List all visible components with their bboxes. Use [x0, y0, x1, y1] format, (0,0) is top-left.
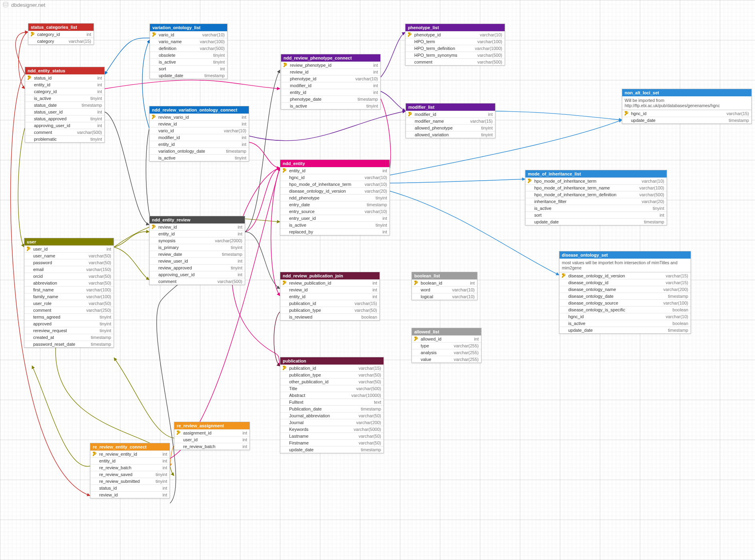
column-row[interactable]: re_review_entity_idint: [90, 450, 170, 457]
table-header[interactable]: non_alt_loci_set: [622, 89, 751, 96]
column-row[interactable]: publication_typevarchar(50): [280, 371, 383, 378]
column-row[interactable]: hpo_mode_of_inheritance_termvarchar(10): [280, 181, 389, 187]
column-row[interactable]: is_activetinyint: [280, 221, 389, 228]
column-row[interactable]: vario_idvarchar(10): [150, 31, 227, 38]
column-row[interactable]: valuevarchar(255): [412, 356, 481, 363]
column-row[interactable]: disease_ontology_id_versionvarchar(20): [280, 187, 389, 194]
column-row[interactable]: HPO_term_definitionvarchar(1000): [405, 45, 505, 52]
column-row[interactable]: entry_datetimestamp: [280, 201, 389, 208]
column-row[interactable]: Titlevarchar(500): [280, 385, 383, 392]
column-row[interactable]: passwordvarchar(50): [24, 259, 114, 266]
column-row[interactable]: phenotype_idvarchar(10): [281, 75, 380, 82]
column-row[interactable]: wordvarchar(10): [412, 286, 477, 293]
table-header[interactable]: phenotype_list: [405, 24, 505, 31]
column-row[interactable]: logicalvarchar(10): [412, 293, 477, 300]
column-row[interactable]: review_idint: [150, 223, 245, 230]
table-variation_ontology_list[interactable]: variation_ontology_listvario_idvarchar(1…: [150, 24, 228, 79]
table-phenotype_list[interactable]: phenotype_listphenotype_idvarchar(10)HPO…: [405, 24, 505, 66]
table-ndd_entity_status[interactable]: ndd_entity_statusstatus_idintentity_idin…: [25, 67, 105, 143]
column-row[interactable]: commentvarchar(250): [24, 307, 114, 313]
column-row[interactable]: user_idint: [174, 436, 250, 443]
column-row[interactable]: update_datetimestamp: [622, 117, 751, 124]
column-row[interactable]: entry_sourcevarchar(10): [280, 208, 389, 215]
table-allowed_list[interactable]: allowed_listallowed_idinttypevarchar(255…: [411, 328, 481, 363]
column-row[interactable]: disease_ontology_id_versionvarchar(15): [559, 272, 691, 279]
column-row[interactable]: status_idint: [25, 74, 104, 81]
column-row[interactable]: category_idint: [25, 88, 104, 95]
column-row[interactable]: is_activeboolean: [559, 320, 691, 327]
column-row[interactable]: entity_idint: [280, 293, 379, 300]
column-row[interactable]: categoryvarchar(15): [28, 38, 94, 44]
column-row[interactable]: user_rolevarchar(50): [24, 300, 114, 307]
table-header[interactable]: ndd_entity_review: [150, 216, 245, 223]
table-ndd_entity[interactable]: ndd_entityentity_idinthgnc_idvarchar(10)…: [280, 159, 390, 235]
column-row[interactable]: modifier_idint: [281, 82, 380, 89]
table-ndd_review_phenotype_connect[interactable]: ndd_review_phenotype_connectreview_pheno…: [281, 54, 381, 110]
table-header[interactable]: ndd_entity_status: [25, 67, 104, 74]
column-row[interactable]: re_review_savedtinyint: [90, 471, 170, 478]
column-row[interactable]: Keywordsvarchar(5000): [280, 426, 383, 432]
column-row[interactable]: orcidvarchar(50): [24, 273, 114, 279]
column-row[interactable]: inheritance_filtervarchar(20): [525, 198, 667, 205]
column-row[interactable]: update_datetimestamp: [150, 72, 227, 79]
column-row[interactable]: hgnc_idvarchar(15): [622, 110, 751, 117]
column-row[interactable]: Journal_abbreviationvarchar(50): [280, 412, 383, 419]
column-row[interactable]: user_namevarchar(50): [24, 252, 114, 259]
table-ndd_entity_review[interactable]: ndd_entity_reviewreview_idintentity_idin…: [149, 216, 245, 285]
column-row[interactable]: entry_user_idint: [280, 215, 389, 221]
column-row[interactable]: Journalvarchar(200): [280, 419, 383, 426]
table-header[interactable]: variation_ontology_list: [150, 24, 227, 31]
column-row[interactable]: problematictinyint: [25, 136, 104, 142]
column-row[interactable]: entity_idint: [90, 457, 170, 464]
column-row[interactable]: approving_user_idint: [25, 122, 104, 129]
column-row[interactable]: status_user_idint: [25, 108, 104, 115]
column-row[interactable]: review_publication_idint: [280, 279, 379, 286]
column-row[interactable]: commentvarchar(500): [25, 129, 104, 136]
column-row[interactable]: is_activetinyint: [150, 154, 249, 161]
column-row[interactable]: category_idint: [28, 31, 94, 38]
table-header[interactable]: ndd_entity: [280, 160, 389, 167]
column-row[interactable]: review_idint: [90, 491, 170, 498]
column-row[interactable]: is_reviewedboolean: [280, 313, 379, 320]
table-re_review_assignment[interactable]: re_review_assignmentassignment_idintuser…: [174, 422, 250, 450]
column-row[interactable]: Firstnamevarchar(50): [280, 439, 383, 446]
column-row[interactable]: review_datetimestamp: [150, 251, 245, 257]
column-row[interactable]: review_idint: [281, 68, 380, 75]
column-row[interactable]: hgnc_idvarchar(10): [280, 174, 389, 181]
column-row[interactable]: phenotype_datetimestamp: [281, 96, 380, 102]
column-row[interactable]: ndd_phenotypetinyint: [280, 194, 389, 201]
table-header[interactable]: ndd_review_variation_ontology_connect: [150, 106, 249, 114]
column-row[interactable]: publication_idvarchar(15): [280, 365, 383, 371]
column-row[interactable]: review_approvedtinyint: [150, 264, 245, 271]
column-row[interactable]: commentvarchar(500): [150, 278, 245, 285]
table-status_categories_list[interactable]: status_categories_listcategory_idintcate…: [28, 23, 94, 45]
column-row[interactable]: sortint: [525, 211, 667, 218]
table-modifier_list[interactable]: modifier_listmodifier_idintmodifier_name…: [405, 103, 495, 138]
column-row[interactable]: obsoletetinyint: [150, 52, 227, 58]
column-row[interactable]: disease_ontology_is_specificboolean: [559, 306, 691, 313]
column-row[interactable]: hpo_mode_of_inheritance_term_definitionv…: [525, 191, 667, 198]
table-header[interactable]: disease_ontology_set: [559, 251, 691, 259]
column-row[interactable]: terms_agreedtinyint: [24, 313, 114, 320]
column-row[interactable]: is_activetinyint: [150, 58, 227, 65]
column-row[interactable]: allowed_phenotypetinyint: [406, 124, 495, 131]
column-row[interactable]: Fulltexttext: [280, 399, 383, 405]
table-header[interactable]: ndd_review_phenotype_connect: [281, 54, 380, 62]
column-row[interactable]: HPO_termvarchar(100): [405, 38, 505, 45]
column-row[interactable]: Abstractvarchar(10000): [280, 392, 383, 399]
column-row[interactable]: vario_idvarchar(10): [150, 127, 249, 134]
column-row[interactable]: entity_idint: [281, 89, 380, 96]
table-boolean_list[interactable]: boolean_listboolean_idintwordvarchar(10)…: [411, 272, 477, 300]
table-ndd_review_publication_join[interactable]: ndd_review_publication_joinreview_public…: [280, 272, 380, 321]
table-header[interactable]: re_review_entity_connect: [90, 443, 170, 450]
column-row[interactable]: review_vario_idint: [150, 114, 249, 120]
table-header[interactable]: allowed_list: [412, 328, 481, 335]
column-row[interactable]: entity_idint: [25, 81, 104, 88]
column-row[interactable]: Publication_datetimestamp: [280, 405, 383, 412]
column-row[interactable]: other_publication_idvarchar(50): [280, 378, 383, 385]
column-row[interactable]: user_idint: [24, 245, 114, 252]
table-disease_ontology_set[interactable]: disease_ontology_setmost values will be …: [559, 251, 691, 334]
column-row[interactable]: Lastnamevarchar(50): [280, 432, 383, 439]
table-user[interactable]: useruser_idintuser_namevarchar(50)passwo…: [24, 238, 114, 348]
column-row[interactable]: synopsisvarchar(2000): [150, 237, 245, 244]
